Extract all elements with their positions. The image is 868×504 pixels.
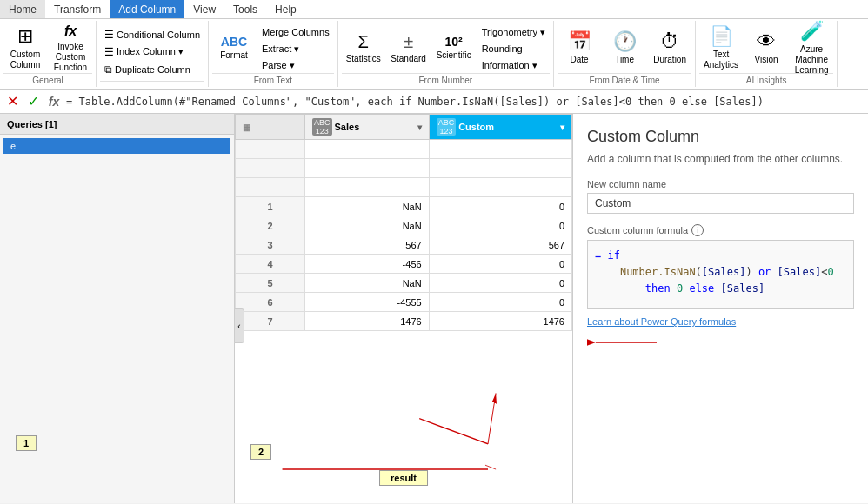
duration-button[interactable]: ⏱ Duration [648, 23, 691, 73]
formula-fx-button[interactable]: fx [45, 93, 63, 110]
trig-label: Trigonometry ▾ [482, 27, 545, 38]
query-item-e[interactable]: e [3, 138, 230, 154]
table-panel[interactable]: ▦ ABC123 Sales ▾ [235, 114, 572, 503]
standard-label: Standard [391, 54, 426, 64]
date-button[interactable]: 📅 Date [558, 23, 601, 73]
conditional-column-button[interactable]: ☰ Conditional Column [100, 27, 204, 43]
svg-line-1 [488, 393, 496, 443]
empty-sales [305, 140, 430, 159]
sales-filter-btn[interactable]: ▾ [417, 123, 422, 132]
right-arrow-area [587, 334, 854, 351]
sales-cell: NaN [305, 197, 430, 216]
date-label: Date [571, 55, 589, 65]
col-header-index: ▦ [236, 115, 305, 140]
text-analytics-button[interactable]: 📄 TextAnalytics [699, 23, 743, 73]
custom-cell: 0 [429, 197, 571, 216]
sales-cell: 1476 [305, 312, 430, 331]
right-arrow-svg [587, 334, 657, 351]
general-items: ⊞ CustomColumn fx Invoke CustomFunction [3, 23, 92, 73]
menu-home[interactable]: Home [0, 0, 45, 18]
merge-label: Merge Columns [262, 27, 330, 37]
new-column-name-input[interactable] [587, 193, 854, 214]
index-column-button[interactable]: ☰ Index Column ▾ [100, 44, 188, 60]
ribbon-group-fromtext: ABC Format Merge Columns Extract ▾ Parse… [209, 21, 338, 87]
formula-box[interactable]: = if Number.IsNaN([Sales]) or [Sales]<0 … [587, 240, 854, 309]
trigonometry-button[interactable]: Trigonometry ▾ [477, 24, 550, 40]
left-panel-header: Queries [1] [0, 114, 234, 135]
duplicate-label: Duplicate Column [115, 64, 190, 75]
menu-add-column[interactable]: Add Column [110, 0, 184, 18]
empty-row-num-3 [236, 178, 305, 197]
sales-cell: NaN [305, 274, 430, 293]
merge-columns-button[interactable]: Merge Columns [257, 24, 334, 40]
fromtext-items: ABC Format Merge Columns Extract ▾ Parse… [212, 23, 334, 73]
result-tooltip: result [379, 470, 428, 486]
ribbon: ⊞ CustomColumn fx Invoke CustomFunction … [0, 19, 868, 90]
custom-filter-btn[interactable]: ▾ [560, 123, 564, 132]
duplicate-icon: ⧉ [104, 63, 112, 76]
standard-button[interactable]: ± Standard [387, 23, 431, 73]
sales-cell: NaN [305, 216, 430, 235]
date-icon: 📅 [568, 30, 591, 53]
custom-column-icon: ⊞ [17, 25, 33, 48]
menu-transform[interactable]: Transform [45, 0, 110, 18]
index-label: Index Column ▾ [117, 46, 184, 57]
col-header-sales[interactable]: ABC123 Sales ▾ [305, 115, 430, 140]
duplicate-column-button[interactable]: ⧉ Duplicate Column [100, 62, 195, 77]
formula-bar-input[interactable]: = Table.AddColumn(#"Renamed Columns", "C… [66, 96, 865, 108]
time-icon: 🕐 [613, 30, 637, 53]
information-button[interactable]: Information ▾ [477, 57, 550, 73]
scientific-label: Scientific [437, 50, 471, 61]
vision-button[interactable]: 👁 Vision [744, 23, 788, 73]
custom-cell: 1476 [429, 312, 571, 331]
parse-button[interactable]: Parse ▾ [257, 57, 334, 73]
row-num-cell: 6 [236, 293, 305, 312]
scientific-button[interactable]: 10² Scientific [432, 23, 476, 73]
statistics-button[interactable]: Σ Statistics [342, 23, 385, 73]
ribbon-group-general: ⊞ CustomColumn fx Invoke CustomFunction … [0, 21, 97, 87]
empty-sales-3 [305, 178, 430, 197]
azure-ml-button[interactable]: 🧪 Azure MachineLearning [790, 23, 833, 73]
invoke-custom-button[interactable]: fx Invoke CustomFunction [49, 23, 92, 73]
formula-info-icon[interactable]: i [691, 224, 704, 236]
svg-line-4 [485, 465, 496, 469]
ribbon-group-ai: 📄 TextAnalytics 👁 Vision 🧪 Azure Machine… [696, 21, 838, 87]
rounding-button[interactable]: Rounding [477, 41, 550, 56]
fromnumber-items: Σ Statistics ± Standard 10² Scientific T… [342, 23, 550, 73]
sales-col-label: Sales [335, 122, 360, 132]
conditional-icon: ☰ [104, 29, 114, 41]
menu-help[interactable]: Help [266, 0, 305, 18]
custom-column-button[interactable]: ⊞ CustomColumn [3, 23, 47, 73]
extract-button[interactable]: Extract ▾ [257, 41, 334, 56]
col-header-custom[interactable]: ABC123 Custom ▾ [429, 115, 571, 140]
ribbon-group-fromnumber: Σ Statistics ± Standard 10² Scientific T… [338, 21, 554, 87]
formula-cancel-button[interactable]: ✕ [3, 93, 21, 110]
collapse-panel-button[interactable]: ‹ [234, 308, 244, 343]
table-row: 5NaN0 [236, 274, 572, 293]
text-analytics-label: TextAnalytics [704, 50, 738, 70]
row-num-cell: 3 [236, 235, 305, 255]
extract-label: Extract ▾ [262, 43, 299, 55]
annotation-2: 2 [250, 444, 271, 460]
time-label: Time [615, 55, 634, 65]
format-button[interactable]: ABC Format [212, 23, 256, 73]
annotation-1-label: 1 [23, 438, 29, 448]
general-group-label: General [3, 73, 92, 87]
menu-tools[interactable]: Tools [224, 0, 266, 18]
fromtext-group-label: From Text [212, 73, 334, 87]
custom-cell: 0 [429, 255, 571, 274]
formula-label: Custom column formula i [587, 224, 854, 236]
svg-line-2 [419, 419, 488, 444]
info-label: Information ▾ [482, 60, 537, 71]
formula-accept-button[interactable]: ✓ [24, 93, 42, 110]
table-row: 4-4560 [236, 255, 572, 274]
right-panel: Custom Column Add a column that is compu… [572, 114, 868, 503]
azure-label: Azure MachineLearning [792, 44, 831, 76]
text-analytics-icon: 📄 [710, 25, 733, 48]
menu-view[interactable]: View [184, 0, 224, 18]
index-icon: ☰ [104, 46, 114, 58]
empty-custom-2 [429, 159, 571, 178]
custom-cell: 0 [429, 293, 571, 312]
time-button[interactable]: 🕐 Time [603, 23, 646, 73]
learn-link[interactable]: Learn about Power Query formulas [587, 316, 854, 327]
